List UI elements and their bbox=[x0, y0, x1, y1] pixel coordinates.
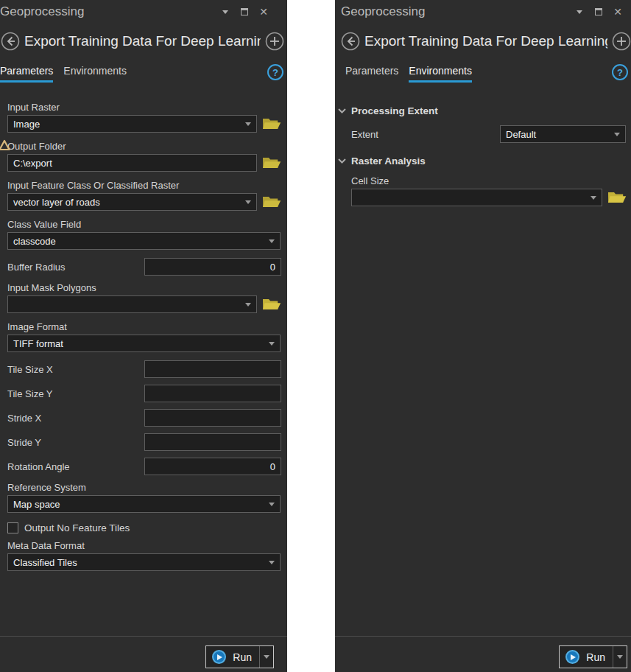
run-label: Run bbox=[233, 651, 252, 663]
back-button[interactable] bbox=[1, 32, 20, 51]
buffer-radius-input[interactable] bbox=[144, 258, 281, 276]
dropdown-arrow-icon bbox=[245, 303, 251, 307]
plus-icon bbox=[612, 32, 631, 51]
field-label: Tile Size X bbox=[7, 364, 144, 375]
output-folder-input[interactable] bbox=[7, 154, 257, 172]
geoprocessing-panel-parameters: Geoprocessing ✕ Export Training Data For… bbox=[0, 0, 287, 672]
meta-data-format-combobox[interactable]: Classified Tiles bbox=[7, 553, 281, 571]
processing-extent-section-header[interactable]: Processing Extent bbox=[338, 105, 627, 116]
browse-button[interactable] bbox=[262, 155, 281, 170]
help-icon[interactable]: ? bbox=[612, 64, 628, 80]
panel-title: Geoprocessing bbox=[0, 4, 219, 19]
help-icon[interactable]: ? bbox=[267, 64, 283, 80]
field-label: Input Mask Polygons bbox=[7, 282, 281, 293]
chevron-down-icon bbox=[338, 108, 346, 113]
section-title: Raster Analysis bbox=[351, 155, 426, 167]
input-raster-combobox[interactable]: Image bbox=[7, 115, 257, 133]
float-pane-icon[interactable] bbox=[239, 6, 250, 18]
reference-system-field: Reference System Map space bbox=[7, 482, 281, 513]
collapse-pane-icon[interactable] bbox=[219, 6, 231, 18]
plus-icon bbox=[265, 32, 284, 51]
tab-parameters[interactable]: Parameters bbox=[0, 65, 53, 83]
tab-bar: Parameters Environments ? bbox=[0, 63, 287, 83]
stride-x-field: Stride X bbox=[7, 409, 281, 427]
tab-environments[interactable]: Environments bbox=[63, 65, 127, 83]
input-feature-class-field: Input Feature Class Or Classified Raster… bbox=[7, 180, 281, 211]
tab-parameters[interactable]: Parameters bbox=[345, 65, 398, 83]
back-arrow-icon bbox=[1, 32, 20, 51]
panel-titlebar: Geoprocessing ✕ bbox=[0, 0, 287, 22]
section-title: Processing Extent bbox=[351, 105, 438, 116]
tile-size-y-input[interactable] bbox=[144, 385, 281, 402]
rotation-angle-input[interactable] bbox=[144, 458, 281, 475]
browse-button[interactable] bbox=[262, 116, 281, 131]
dropdown-arrow-icon bbox=[614, 133, 620, 136]
combo-value: Default bbox=[506, 129, 536, 140]
raster-analysis-section-header[interactable]: Raster Analysis bbox=[338, 155, 627, 167]
stride-y-field: Stride Y bbox=[7, 433, 281, 451]
output-folder-field: Output Folder bbox=[7, 141, 281, 172]
play-icon bbox=[565, 650, 579, 664]
rotation-angle-field: Rotation Angle bbox=[7, 458, 281, 475]
back-button[interactable] bbox=[341, 32, 360, 51]
add-to-project-button[interactable] bbox=[265, 32, 284, 51]
tile-size-y-field: Tile Size Y bbox=[7, 385, 281, 402]
field-label: Output Folder bbox=[7, 141, 281, 152]
tool-header: Export Training Data For Deep Learning bbox=[0, 30, 287, 52]
combo-value: classcode bbox=[13, 236, 56, 247]
output-no-feature-tiles-checkbox[interactable] bbox=[7, 522, 18, 533]
field-label: Stride X bbox=[7, 413, 144, 424]
image-format-field: Image Format TIFF format bbox=[7, 321, 281, 352]
dropdown-arrow-icon bbox=[245, 122, 251, 126]
run-dropdown-arrow[interactable] bbox=[613, 646, 627, 668]
image-format-combobox[interactable]: TIFF format bbox=[7, 335, 281, 352]
reference-system-combobox[interactable]: Map space bbox=[7, 495, 281, 513]
footer-divider: Run bbox=[0, 636, 287, 672]
field-label: Cell Size bbox=[351, 175, 627, 186]
tile-size-x-input[interactable] bbox=[144, 360, 281, 378]
folder-icon bbox=[262, 116, 281, 131]
browse-button[interactable] bbox=[607, 190, 627, 205]
meta-data-format-field: Meta Data Format Classified Tiles bbox=[7, 540, 281, 571]
close-icon[interactable]: ✕ bbox=[612, 6, 624, 18]
warning-icon bbox=[0, 139, 10, 151]
browse-button[interactable] bbox=[262, 195, 281, 209]
add-to-project-button[interactable] bbox=[612, 32, 631, 51]
folder-icon bbox=[607, 190, 627, 205]
field-label: Rotation Angle bbox=[7, 461, 144, 472]
parameters-form: Input Raster Image Ou bbox=[0, 83, 287, 571]
field-label: Meta Data Format bbox=[7, 540, 281, 551]
play-icon bbox=[212, 650, 226, 664]
class-value-combobox[interactable]: classcode bbox=[7, 232, 281, 250]
run-label: Run bbox=[586, 651, 605, 663]
environments-form: Processing Extent Extent Default Raster … bbox=[335, 83, 631, 206]
folder-icon bbox=[262, 297, 281, 312]
stride-y-input[interactable] bbox=[144, 433, 281, 451]
combo-value: Image bbox=[13, 119, 40, 130]
run-button[interactable]: Run bbox=[205, 645, 274, 668]
close-icon[interactable]: ✕ bbox=[258, 6, 269, 18]
input-mask-polygons-combobox[interactable] bbox=[7, 295, 257, 313]
extent-combobox[interactable]: Default bbox=[500, 125, 626, 143]
field-label: Extent bbox=[351, 129, 500, 140]
collapse-pane-icon[interactable] bbox=[574, 6, 585, 18]
run-button[interactable]: Run bbox=[559, 645, 627, 668]
cell-size-combobox[interactable] bbox=[351, 189, 602, 206]
input-feature-class-combobox[interactable]: vector layer of roads bbox=[7, 193, 257, 211]
field-label: Input Raster bbox=[7, 102, 281, 113]
run-dropdown-arrow[interactable] bbox=[259, 646, 273, 668]
dropdown-arrow-icon bbox=[269, 561, 275, 564]
dropdown-arrow-icon bbox=[591, 196, 596, 200]
stride-x-input[interactable] bbox=[144, 409, 281, 427]
folder-icon bbox=[262, 155, 281, 170]
float-pane-icon[interactable] bbox=[593, 6, 604, 18]
browse-button[interactable] bbox=[262, 297, 281, 312]
field-label: Buffer Radius bbox=[7, 262, 144, 273]
cell-size-field: Cell Size bbox=[351, 175, 627, 206]
dropdown-arrow-icon bbox=[245, 200, 251, 204]
combo-value: Classified Tiles bbox=[13, 557, 77, 568]
tool-title: Export Training Data For Deep Learning bbox=[24, 33, 261, 49]
tab-environments[interactable]: Environments bbox=[409, 65, 472, 83]
buffer-radius-field: Buffer Radius bbox=[7, 258, 281, 276]
field-label: Image Format bbox=[7, 321, 281, 332]
